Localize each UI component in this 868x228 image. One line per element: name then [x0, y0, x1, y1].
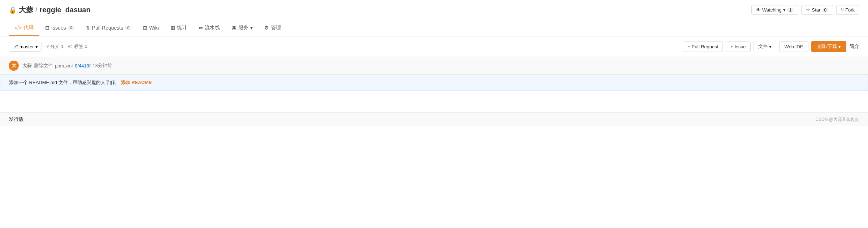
tab-pullrequests[interactable]: ⇅ Pull Requests 0 [80, 21, 138, 36]
add-readme-link[interactable]: 添加 README [121, 79, 152, 86]
watching-button[interactable]: 👁 Watching ▾ 1 [751, 5, 798, 15]
branch-icon: ⎇ [13, 44, 18, 49]
issue-label: + Issue [730, 44, 746, 49]
commit-filename: pom.xml [55, 63, 73, 69]
star-count: 0 [822, 8, 829, 13]
nav-tabs: </> 代码 ⊟ Issues 0 ⇅ Pull Requests 0 ⊞ Wi… [0, 20, 868, 36]
branch-name: master [19, 44, 34, 49]
tag-icon: 🏷 [68, 44, 73, 49]
tab-stats-label: 统计 [177, 25, 187, 31]
tab-code[interactable]: </> 代码 [9, 20, 39, 36]
manage-icon: ⚙ [264, 25, 269, 31]
issues-icon: ⊟ [45, 25, 49, 31]
file-chevron-icon: ▾ [769, 44, 772, 49]
branches-label: 分支 1 [50, 44, 64, 49]
tab-wiki[interactable]: ⊞ Wiki [137, 21, 164, 36]
header-actions: 👁 Watching ▾ 1 ☆ Star 0 ⑂ Fork [751, 5, 859, 15]
readme-text: 添加一个 README.md 文件，帮助感兴趣的人了解。 [9, 79, 120, 86]
star-label: Star [812, 7, 820, 13]
tab-pipeline[interactable]: ⇌ 流水线 [193, 20, 226, 36]
repo-owner: 大蒜 [19, 5, 33, 15]
tab-code-label: 代码 [23, 25, 34, 31]
tab-wiki-label: Wiki [149, 25, 159, 31]
pull-request-label: + Pull Request [687, 44, 718, 49]
toolbar-right: + Pull Request + Issue 文件 ▾ Web IDE 克隆/下… [683, 41, 859, 52]
branch-info: ⑂ 分支 1 🏷 标签 0 [46, 43, 87, 50]
pull-request-button[interactable]: + Pull Request [683, 41, 723, 52]
pr-icon: ⇅ [86, 25, 90, 31]
services-icon: ⌘ [231, 25, 236, 31]
commit-time: 13分钟前 [93, 62, 112, 69]
tab-stats[interactable]: ▦ 统计 [165, 20, 193, 36]
tab-services-label: 服务 [238, 25, 248, 31]
commit-action: 删除文件 [34, 62, 53, 69]
release-label: 发行版 [9, 116, 24, 123]
pr-badge: 0 [125, 26, 131, 30]
clone-download-button[interactable]: 克隆/下载 ▾ [811, 41, 846, 52]
star-icon: ☆ [806, 7, 810, 13]
commit-info: 大蒜 删除文件 pom.xml 8f4418f 13分钟前 [22, 62, 112, 69]
readme-banner: 添加一个 README.md 文件，帮助感兴趣的人了解。 添加 README [0, 75, 868, 91]
issue-button[interactable]: + Issue [726, 41, 750, 52]
pipeline-icon: ⇌ [199, 25, 203, 31]
services-chevron-icon: ▾ [250, 25, 253, 31]
code-icon: </> [14, 25, 22, 31]
wiki-icon: ⊞ [143, 25, 147, 31]
tab-services[interactable]: ⌘ 服务 ▾ [226, 20, 259, 36]
separator: / [35, 6, 38, 14]
toolbar: ⎇ master ▾ ⑂ 分支 1 🏷 标签 0 + Pull Request … [0, 36, 868, 57]
webide-label: Web IDE [785, 44, 803, 49]
commit-hash[interactable]: 8f4418f [75, 63, 90, 69]
repo-name: reggie_dasuan [40, 6, 91, 14]
tab-manage[interactable]: ⚙ 管理 [259, 20, 287, 36]
avatar: 大 [9, 61, 19, 71]
lock-icon: 🔒 [9, 6, 17, 14]
webide-button[interactable]: Web IDE [779, 41, 809, 52]
star-button[interactable]: ☆ Star 0 [801, 5, 833, 15]
eye-icon: 👁 [756, 7, 761, 13]
top-header: 🔒 大蒜 / reggie_dasuan 👁 Watching ▾ 1 ☆ St… [0, 0, 868, 20]
tab-issues[interactable]: ⊟ Issues 0 [39, 21, 80, 36]
commit-row: 大 大蒜 删除文件 pom.xml 8f4418f 13分钟前 [0, 57, 868, 75]
fork-icon: ⑂ [841, 7, 844, 13]
branches-count: ⑂ 分支 1 [46, 43, 64, 50]
fork-button[interactable]: ⑂ Fork [836, 5, 859, 15]
branch-selector[interactable]: ⎇ master ▾ [9, 42, 42, 52]
watching-label: Watching [762, 7, 782, 13]
csdn-note: CSDN @大蒜儿饭也们 [815, 117, 859, 123]
intro-label: 简介 [849, 41, 859, 52]
toolbar-left: ⎇ master ▾ ⑂ 分支 1 🏷 标签 0 [9, 42, 87, 52]
issues-badge: 0 [68, 26, 74, 30]
tab-issues-label: Issues [51, 25, 66, 31]
clone-chevron-icon: ▾ [838, 44, 841, 49]
fork-label: Fork [845, 7, 855, 13]
commit-author: 大蒜 [22, 62, 32, 69]
chevron-down-icon: ▾ [783, 7, 786, 13]
tags-label: 标签 0 [74, 44, 87, 49]
stats-icon: ▦ [170, 25, 175, 31]
repo-title: 🔒 大蒜 / reggie_dasuan [9, 5, 91, 15]
branch-chevron-icon: ▾ [35, 44, 38, 49]
watching-count: 1 [787, 8, 794, 13]
file-label: 文件 [758, 43, 768, 50]
main-content: 大 大蒜 删除文件 pom.xml 8f4418f 13分钟前 添加一个 REA… [0, 57, 868, 126]
tab-manage-label: 管理 [271, 25, 281, 31]
tags-count: 🏷 标签 0 [68, 43, 87, 50]
clone-label: 克隆/下载 [817, 43, 837, 50]
branch-fork-icon: ⑂ [46, 44, 49, 49]
tab-pipeline-label: 流水线 [205, 25, 220, 31]
file-button[interactable]: 文件 ▾ [754, 41, 776, 52]
tab-pr-label: Pull Requests [92, 25, 123, 31]
